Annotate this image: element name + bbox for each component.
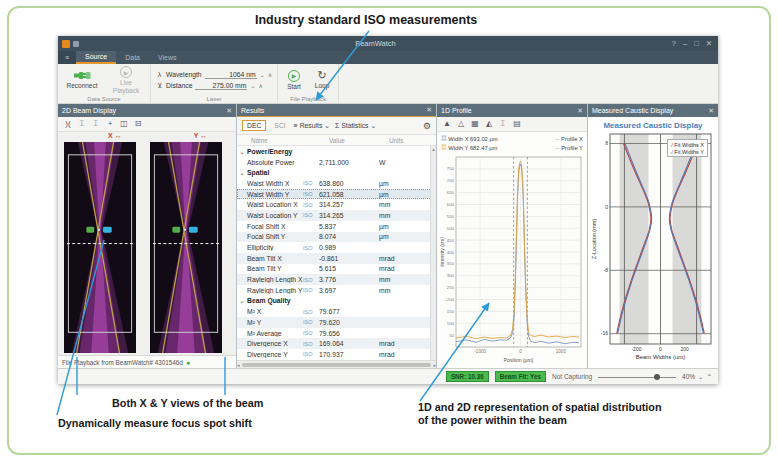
result-row[interactable]: Beam Tilt X-0.861mrad bbox=[237, 253, 436, 264]
collapse-icon[interactable]: ⌄ bbox=[237, 297, 247, 304]
result-row[interactable]: M² AverageISO79.656 bbox=[237, 328, 436, 339]
tab-source[interactable]: Source bbox=[76, 51, 116, 64]
svg-text:0: 0 bbox=[519, 349, 522, 354]
result-row[interactable]: Focal Shift Y8.074µm bbox=[237, 232, 436, 243]
result-row[interactable]: Focal Shift X5.837µm bbox=[237, 221, 436, 232]
live-playback-label: Live Playback bbox=[107, 79, 145, 93]
annotation-beam-views: Both X & Y views of the beam bbox=[112, 397, 263, 409]
svg-text:100: 100 bbox=[446, 321, 454, 326]
profile-outline-icon[interactable]: △ bbox=[456, 119, 466, 129]
wavelength-label: Wavelength bbox=[166, 71, 202, 78]
profile-x-label: Profile X bbox=[561, 136, 583, 142]
panel-2d-beam-display: 2D Beam Display ✕ )( ⌶ ⌶ + ◫ ⊟ X ↔ Y ↔ bbox=[58, 104, 237, 368]
result-row[interactable]: Absolute Power2,711.000W bbox=[237, 157, 436, 168]
result-row[interactable]: Waist Location YISO314.265mm bbox=[237, 210, 436, 221]
maximize-button[interactable]: □ bbox=[694, 39, 699, 48]
split-vertical-icon[interactable]: ◫ bbox=[119, 119, 129, 129]
result-row[interactable]: Waist Width XISO638.860µm bbox=[237, 178, 436, 189]
wavelength-input[interactable]: 1064 nm bbox=[205, 71, 257, 79]
statistics-menu-button[interactable]: Σ Statistics ⌄ bbox=[335, 122, 376, 130]
scroll-right-icon[interactable]: ▸ bbox=[433, 362, 436, 368]
result-row[interactable]: Divergence XISO169.064mrad bbox=[237, 338, 436, 349]
beam-panel-close-icon[interactable]: ✕ bbox=[226, 107, 232, 115]
distance-spinner[interactable]: ∧ bbox=[258, 82, 262, 89]
results-panel-close-icon[interactable]: ✕ bbox=[426, 106, 432, 114]
svg-text:500: 500 bbox=[446, 226, 454, 231]
results-vertical-scrollbar[interactable]: ▴ bbox=[430, 146, 436, 360]
result-row[interactable]: Waist Width YISO621.058µm bbox=[237, 189, 436, 200]
save-icon[interactable]: ▤ bbox=[512, 119, 522, 129]
result-row[interactable]: Beam Tilt Y5.615mrad bbox=[237, 264, 436, 275]
ribbon-group-laser: λ Wavelength 1064 nm ⌄ ∧ ⊻ Distance 275.… bbox=[151, 64, 278, 103]
svg-text:750: 750 bbox=[446, 166, 454, 171]
start-label: Start bbox=[287, 83, 301, 90]
svg-text:-200: -200 bbox=[631, 346, 641, 352]
cursor-pair-icon[interactable]: )( bbox=[63, 119, 73, 129]
close-button[interactable]: ✕ bbox=[706, 39, 712, 48]
zoom-level: 40% bbox=[682, 373, 695, 380]
result-row[interactable]: EllipticityISO0.989 bbox=[237, 242, 436, 253]
help-icon[interactable]: ? bbox=[672, 39, 676, 48]
result-row[interactable]: Waist Location XISO314.257mm bbox=[237, 199, 436, 210]
collapse-icon[interactable]: ⌄ bbox=[237, 169, 247, 176]
caliper-icon[interactable]: ⌶ bbox=[498, 119, 508, 129]
split-horizontal-icon[interactable]: ⊟ bbox=[133, 119, 143, 129]
caustic-panel-close-icon[interactable]: ✕ bbox=[708, 107, 714, 115]
result-row[interactable]: M² YISO79.620 bbox=[237, 317, 436, 328]
svg-text:300: 300 bbox=[446, 273, 454, 278]
result-row[interactable]: Divergence YISO170.937mrad bbox=[237, 349, 436, 360]
tab-data[interactable]: Data bbox=[116, 51, 149, 64]
slider-knob[interactable] bbox=[654, 374, 660, 380]
gear-icon[interactable]: ⚙ bbox=[423, 121, 431, 131]
caustic-chart: 80-8-16-2000200Beam Widths (um)Z-Locatio… bbox=[590, 130, 716, 362]
start-button[interactable]: ▶ Start bbox=[283, 70, 305, 90]
reconnect-plug-icon bbox=[74, 70, 91, 81]
profile-panel-close-icon[interactable]: ✕ bbox=[577, 107, 583, 115]
cursor-y-icon[interactable]: ⌶ bbox=[91, 119, 101, 129]
cursor-x-icon[interactable]: ⌶ bbox=[77, 119, 87, 129]
sci-button[interactable]: SCI bbox=[271, 121, 288, 130]
svg-text:700: 700 bbox=[446, 178, 454, 183]
minimize-button[interactable]: – bbox=[683, 39, 687, 48]
results-column-headers: Name Value Units bbox=[237, 135, 436, 146]
svg-text:-1000: -1000 bbox=[474, 349, 486, 354]
collapse-icon[interactable]: ⌄ bbox=[237, 148, 247, 155]
live-playback-button[interactable]: ▶ Live Playback bbox=[107, 66, 145, 93]
result-group-row[interactable]: ⌄Spatial bbox=[237, 167, 436, 178]
distance-dropdown-icon[interactable]: ⌄ bbox=[250, 82, 255, 89]
zoom-down-icon[interactable]: ⌄ bbox=[698, 373, 703, 381]
ribbon-tab-bar: ≡ Source Data Views bbox=[58, 51, 718, 64]
playback-slider[interactable] bbox=[598, 373, 676, 381]
profile-fit-icon[interactable]: ◭ bbox=[484, 119, 494, 129]
wavelength-dropdown-icon[interactable]: ⌄ bbox=[260, 71, 265, 78]
wavelength-spinner[interactable]: ∧ bbox=[268, 71, 272, 78]
width-x-readout: Width X 693.02 µm bbox=[448, 136, 497, 142]
file-menu-icon[interactable]: ≡ bbox=[58, 51, 76, 64]
wavelength-icon: λ bbox=[156, 71, 163, 78]
distance-input[interactable]: 275.00 mm bbox=[195, 82, 247, 90]
results-menu-button[interactable]: ≡ Results ⌄ bbox=[294, 122, 330, 130]
beam-image-x-view[interactable] bbox=[64, 142, 136, 353]
scroll-left-icon[interactable]: ◂ bbox=[237, 362, 240, 368]
dec-button[interactable]: DEC bbox=[242, 120, 266, 131]
result-group-row[interactable]: ⌄Power/Energy bbox=[237, 146, 436, 157]
crosshair-icon[interactable]: + bbox=[105, 119, 115, 129]
tab-views[interactable]: Views bbox=[149, 51, 186, 64]
result-row[interactable]: M² XISO79.677 bbox=[237, 306, 436, 317]
reconnect-button[interactable]: Reconnect bbox=[63, 70, 101, 89]
beam-image-y-view[interactable] bbox=[150, 142, 222, 353]
scrollbar-thumb[interactable] bbox=[242, 363, 432, 367]
result-group-row[interactable]: ⌄Beam Quality bbox=[237, 296, 436, 307]
svg-text:Z-Location (mm): Z-Location (mm) bbox=[591, 219, 597, 260]
results-toolbar: DEC SCI ≡ Results ⌄ Σ Statistics ⌄ ⚙ bbox=[237, 117, 436, 135]
profile-grid-icon[interactable]: ▦ bbox=[470, 119, 480, 129]
svg-text:600: 600 bbox=[446, 202, 454, 207]
svg-text:450: 450 bbox=[446, 238, 454, 243]
results-horizontal-scrollbar[interactable]: ◂ ▸ bbox=[237, 360, 436, 368]
loop-button[interactable]: ↻ Loop bbox=[311, 70, 333, 89]
fit-widths-y-label: Fit Widths Y bbox=[674, 149, 704, 155]
zoom-up-icon[interactable]: ⌃ bbox=[707, 373, 712, 381]
result-row[interactable]: Rayleigh Length XISO3.776mm bbox=[237, 274, 436, 285]
profile-filled-icon[interactable]: ▲ bbox=[442, 119, 452, 129]
result-row[interactable]: Rayleigh Length YISO3.697mm bbox=[237, 285, 436, 296]
